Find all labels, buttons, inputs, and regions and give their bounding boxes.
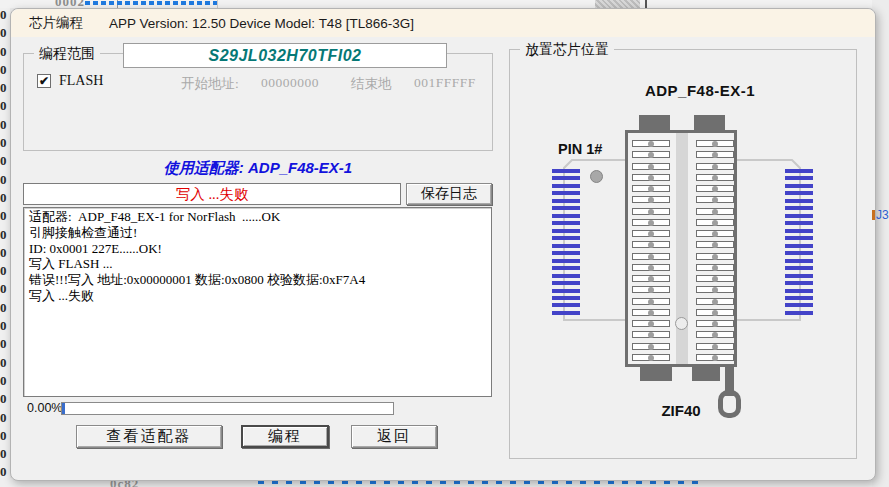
background-ref-tick [872, 210, 875, 220]
zif-pin-slot [696, 163, 734, 170]
zif-pin-slot [632, 185, 670, 192]
zif-pin-slot [632, 241, 670, 248]
background-dot [125, 1, 130, 5]
end-address-label: 结束地 [351, 75, 392, 93]
log-line: ID: 0x0001 227E......OK! [29, 241, 486, 257]
background-dot [85, 1, 90, 5]
header-pin [785, 281, 813, 285]
background-hex-char: 0 [0, 61, 7, 79]
header-pin [552, 251, 580, 255]
zif-pin-slot [696, 298, 734, 305]
header-pin [552, 311, 580, 315]
zif-pin-slot [696, 219, 734, 226]
end-address-value: 001FFFFF [414, 75, 476, 91]
header-pin [552, 214, 580, 218]
zif-pin-slot [696, 343, 734, 350]
log-output[interactable]: 适配器: ADP_F48_EX-1 for NorFlash ......OK引… [23, 207, 492, 397]
header-pin [552, 169, 580, 173]
background-hex-char: 0 [0, 43, 7, 61]
socket-tab-top-right [694, 115, 725, 131]
background-hex-char: 0 [0, 390, 7, 408]
header-pin [552, 281, 580, 285]
title-bar[interactable]: 芯片编程 APP Version: 12.50 Device Model: T4… [11, 9, 875, 37]
header-pin [785, 266, 813, 270]
header-pin [552, 221, 580, 225]
background-dot [109, 1, 114, 5]
header-pin [785, 191, 813, 195]
socket-tab-bottom-left [640, 366, 672, 381]
background-hex-char: 0 [0, 6, 7, 24]
save-log-button[interactable]: 保存日志 [406, 183, 492, 205]
adapter-in-use-label: 使用适配器: ADP_F48-EX-1 [23, 159, 493, 178]
background-hex-char: 0 [0, 116, 7, 134]
zif-pin-slot [696, 151, 734, 158]
header-pin [785, 169, 813, 173]
zif-pin-slot [696, 286, 734, 293]
socket-center-screw [675, 317, 688, 330]
header-pin [552, 303, 580, 307]
zif-socket-label: ZIF40 [638, 402, 724, 419]
background-dot [149, 1, 154, 5]
zif-pin-slot [632, 163, 670, 170]
header-pins-right [785, 169, 813, 315]
header-pin [785, 229, 813, 233]
flash-checkbox-label: FLASH [59, 73, 103, 89]
background-hex-char: 0 [0, 171, 7, 189]
zif-pin-slot [632, 174, 670, 181]
header-pin [552, 176, 580, 180]
background-dot [197, 1, 202, 5]
background-hex-address-top: 0002 [55, 0, 85, 8]
log-line: 写入 FLASH ... [29, 256, 486, 272]
header-pin [552, 274, 580, 278]
zif-pin-slot [632, 196, 670, 203]
zif-pin-slot [696, 354, 734, 361]
background-dot [157, 1, 162, 5]
zif-pin-slot [632, 253, 670, 260]
operation-status-box: 写入 ...失败 [23, 183, 401, 205]
background-hex-char: 0 [0, 299, 7, 317]
header-pin [785, 176, 813, 180]
log-line: 适配器: ADP_F48_EX-1 for NorFlash ......OK [29, 209, 486, 225]
zif-pin-slots-left [632, 140, 670, 361]
background-hex-char: 0 [0, 152, 7, 170]
zif-pin-slot [632, 151, 670, 158]
header-pin [785, 303, 813, 307]
chip-name-panel: S29JL032H70TFI02 [123, 43, 447, 68]
zif-pin-slot [632, 298, 670, 305]
zif-pin-slot [632, 208, 670, 215]
view-adapter-button[interactable]: 查看适配器 [76, 425, 222, 448]
background-hex-char: 0 [0, 280, 7, 298]
program-button[interactable]: 编程 [241, 425, 329, 448]
background-divider-line [645, 0, 647, 8]
background-hex-char: 0 [0, 372, 7, 390]
log-line: 写入 ...失败 [29, 288, 486, 304]
zif-pin-slot [632, 309, 670, 316]
zif-pin-slot [696, 185, 734, 192]
background-hex-char: 0 [0, 262, 7, 280]
background-hex-char: 0 [0, 134, 7, 152]
zif-pin-slot [632, 354, 670, 361]
socket-tab-top-left [639, 115, 670, 131]
header-pin [785, 184, 813, 188]
background-hex-char: 0 [0, 409, 7, 427]
header-pin [785, 244, 813, 248]
background-hex-char: 0 [0, 226, 7, 244]
header-pin [552, 229, 580, 233]
flash-row: ✔ FLASH [37, 73, 103, 89]
zif-pin-slot [632, 264, 670, 271]
flash-checkbox[interactable]: ✔ [37, 74, 51, 88]
back-button[interactable]: 返回 [351, 425, 437, 448]
background-hex-char: 0 [0, 335, 7, 353]
pin1-indicator-dot [590, 170, 603, 183]
background-separator-line-2 [217, 0, 218, 8]
header-pins-left [552, 169, 580, 315]
background-dot [133, 1, 138, 5]
zif-pin-slot [632, 320, 670, 327]
chip-name: S29JL032H70TFI02 [209, 47, 362, 65]
header-pin [552, 184, 580, 188]
zif-pin-slot [696, 264, 734, 271]
log-line: 引脚接触检查通过! [29, 225, 486, 241]
header-pin [785, 221, 813, 225]
zif-pin-slot [632, 140, 670, 147]
zif-pin-slot [696, 230, 734, 237]
